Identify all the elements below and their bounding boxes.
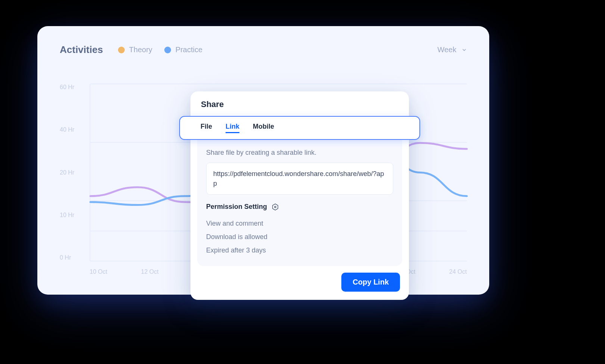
permission-item: Expired after 3 days — [206, 244, 393, 257]
range-selector[interactable]: Week — [437, 46, 467, 54]
share-modal-title: Share — [190, 91, 409, 116]
share-modal: Share File Link Mobile Share file by cre… — [190, 91, 409, 300]
tab-link[interactable]: Link — [226, 123, 239, 133]
copy-link-button[interactable]: Copy Link — [341, 273, 400, 292]
y-tick: 60 Hr — [60, 84, 86, 91]
permission-item: View and comment — [206, 217, 393, 230]
permission-item: Download is allowed — [206, 230, 393, 244]
settings-icon[interactable] — [272, 203, 279, 211]
svg-point-5 — [274, 206, 276, 208]
chevron-down-icon — [462, 47, 467, 53]
share-link-url[interactable]: https://pdfelementcloud.wondershare.com/… — [206, 163, 393, 195]
page-title: Activities — [60, 44, 103, 56]
permission-heading-label: Permission Setting — [206, 203, 267, 211]
x-tick: 24 Oct — [449, 269, 467, 280]
chart-legend: Theory Practice — [118, 46, 203, 54]
share-modal-footer: Copy Link — [190, 266, 409, 300]
permission-list: View and comment Download is allowed Exp… — [206, 217, 393, 257]
legend-dot-theory — [118, 47, 125, 53]
x-tick: 12 Oct — [141, 269, 159, 280]
share-link-panel: Share file by creating a sharable link. … — [197, 140, 402, 266]
y-tick: 10 Hr — [60, 212, 86, 219]
activities-card: Activities Theory Practice Week 60 Hr40 … — [37, 26, 489, 295]
x-tick: 10 Oct — [90, 269, 107, 280]
y-axis-labels: 60 Hr40 Hr20 Hr10 Hr0 Hr — [60, 84, 86, 261]
share-tabs: File Link Mobile — [179, 116, 420, 140]
share-link-description: Share file by creating a sharable link. — [206, 149, 393, 157]
y-tick: 0 Hr — [60, 254, 86, 261]
legend-theory: Theory — [118, 46, 152, 54]
tab-mobile[interactable]: Mobile — [253, 123, 274, 133]
range-label: Week — [437, 46, 456, 54]
permission-heading: Permission Setting — [206, 203, 393, 211]
legend-practice: Practice — [164, 46, 202, 54]
legend-dot-practice — [164, 47, 171, 53]
activities-header: Activities Theory Practice Week — [60, 44, 467, 56]
legend-label-practice: Practice — [176, 46, 202, 54]
legend-label-theory: Theory — [129, 46, 152, 54]
y-tick: 20 Hr — [60, 169, 86, 176]
tab-file[interactable]: File — [201, 123, 212, 133]
y-tick: 40 Hr — [60, 126, 86, 133]
